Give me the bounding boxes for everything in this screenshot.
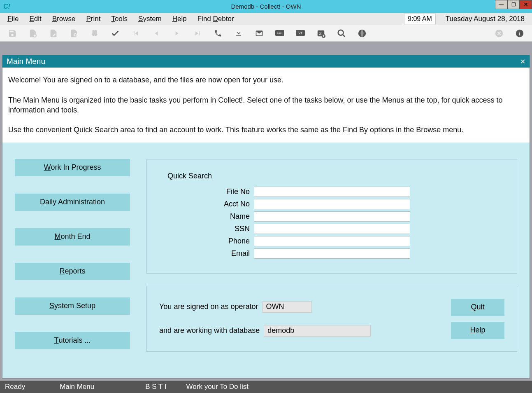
welcome-area: Welcome! You are signed on to a database… — [2, 68, 530, 143]
new-doc-icon[interactable] — [28, 28, 38, 38]
action-buttons: Quit Help — [451, 299, 504, 339]
phone-icon[interactable] — [213, 28, 223, 38]
quit-button[interactable]: Quit — [451, 299, 504, 316]
envelope-icon[interactable] — [254, 28, 264, 38]
app-body: Main Menu ✕ Welcome! You are signed on t… — [0, 42, 532, 381]
input-email[interactable] — [254, 248, 410, 259]
database-value: demodb — [264, 325, 371, 337]
label-ssn: SSN — [167, 225, 254, 233]
input-name[interactable] — [254, 211, 410, 222]
info-icon[interactable]: i — [515, 28, 525, 38]
input-acct-no[interactable] — [254, 199, 410, 209]
globe-icon[interactable] — [357, 28, 367, 38]
search-doc-icon[interactable] — [69, 28, 79, 38]
menu-tools[interactable]: Tools — [111, 15, 128, 23]
welcome-text-1: Welcome! You are signed on to a database… — [8, 75, 524, 85]
date-display: Tuesday August 28, 2018 — [439, 15, 525, 23]
svg-text:URL: URL — [277, 32, 283, 35]
welcome-text-3: Use the convenient Quick Search area to … — [8, 125, 524, 135]
cancel-icon[interactable] — [494, 28, 504, 38]
nav-daily-administration[interactable]: Daily Administration — [15, 194, 130, 211]
label-email: Email — [167, 249, 254, 258]
input-phone[interactable] — [254, 236, 410, 246]
nav-system-setup[interactable]: System Setup — [15, 297, 130, 315]
status-bar: Ready Main Menu B S T I Work your To Do … — [0, 381, 532, 393]
menu-file[interactable]: File — [7, 15, 19, 23]
info-database-label: and are working with database — [159, 326, 260, 335]
nav-month-end[interactable]: Month End — [15, 228, 130, 246]
card-url-icon[interactable]: URL — [275, 28, 285, 38]
window-title: Demodb - Collect! - OWN — [231, 3, 301, 10]
nav-reports[interactable]: Reports — [15, 263, 130, 280]
nav-buttons: Work In Progress Daily Administration Mo… — [15, 159, 130, 370]
minimize-button[interactable]: — — [495, 0, 507, 9]
status-ready: Ready — [0, 383, 30, 391]
last-icon[interactable] — [193, 28, 202, 38]
binoculars-icon[interactable] — [90, 28, 100, 38]
svg-text:i: i — [519, 30, 520, 36]
first-icon[interactable] — [131, 28, 141, 38]
checkmark-icon[interactable] — [110, 28, 120, 38]
status-letters: B S T I — [140, 383, 171, 391]
app-icon: C! — [0, 3, 14, 10]
welcome-text-2: The Main Menu is organized into the basi… — [8, 95, 524, 115]
calendar-add-icon[interactable]: 31 — [316, 28, 326, 38]
input-file-no[interactable] — [254, 187, 410, 197]
svg-text:VT: VT — [299, 32, 303, 35]
title-bar: C! Demodb - Collect! - OWN — ☐ ✕ — [0, 0, 532, 13]
panel-title: Main Menu — [7, 57, 45, 66]
panel-close-icon[interactable]: ✕ — [520, 58, 525, 66]
menu-bar: File Edit Browse Print Tools System Help… — [0, 13, 532, 25]
info-panel: You are signed on as operator OWN and ar… — [146, 286, 517, 352]
maximize-button[interactable]: ☐ — [507, 0, 520, 9]
nav-tutorials[interactable]: Tutorials ... — [15, 332, 130, 349]
info-operator-label: You are signed on as operator — [159, 302, 258, 311]
menu-edit[interactable]: Edit — [29, 15, 41, 23]
status-section: Main Menu — [55, 383, 99, 391]
svg-point-9 — [338, 30, 344, 35]
quick-search-title: Quick Search — [167, 172, 500, 180]
operator-value: OWN — [263, 301, 312, 313]
nav-work-in-progress[interactable]: Work In Progress — [15, 159, 130, 176]
label-acct-no: Acct No — [167, 200, 254, 208]
status-hint: Work your To Do list — [181, 383, 253, 391]
label-file-no: File No — [167, 187, 254, 196]
card-vt-icon[interactable]: VT — [295, 28, 305, 38]
content-area: Work In Progress Daily Administration Mo… — [2, 143, 530, 378]
prev-icon[interactable] — [151, 28, 161, 38]
main-menu-window: Main Menu ✕ Welcome! You are signed on t… — [2, 55, 530, 379]
menu-system[interactable]: System — [138, 15, 162, 23]
download-icon[interactable] — [234, 28, 244, 38]
right-column: Quick Search File No Acct No Name SSN Ph… — [146, 159, 517, 370]
search-icon[interactable] — [337, 28, 346, 38]
edit-doc-icon[interactable] — [49, 28, 58, 38]
toolbar: URL VT 31 i — [0, 25, 532, 42]
label-name: Name — [167, 212, 254, 221]
menu-print[interactable]: Print — [86, 15, 100, 23]
help-button[interactable]: Help — [451, 322, 504, 339]
time-display: 9:09 AM — [404, 14, 436, 24]
panel-title-bar: Main Menu ✕ — [2, 55, 530, 68]
close-button[interactable]: ✕ — [520, 0, 532, 9]
menu-help[interactable]: Help — [172, 15, 187, 23]
window-controls: — ☐ ✕ — [495, 0, 532, 9]
quick-search-panel: Quick Search File No Acct No Name SSN Ph… — [146, 159, 517, 274]
next-icon[interactable] — [172, 28, 182, 38]
save-icon[interactable] — [7, 28, 17, 38]
menu-browse[interactable]: Browse — [52, 15, 76, 23]
label-phone: Phone — [167, 237, 254, 246]
input-ssn[interactable] — [254, 224, 410, 234]
menu-find-debtor[interactable]: Find Debtor — [197, 15, 234, 23]
